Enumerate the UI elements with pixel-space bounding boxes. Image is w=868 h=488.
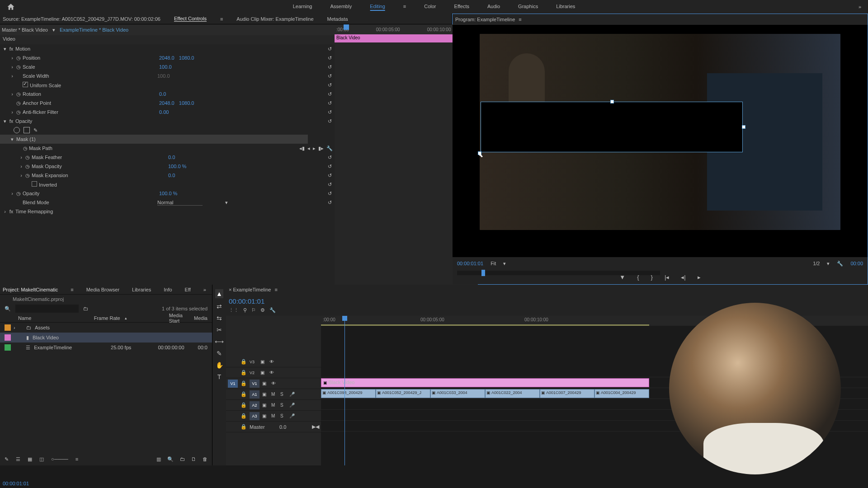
reset-icon[interactable]: ↺ [328,64,332,70]
project-row-blackvideo[interactable]: ▮Black Video [0,333,212,343]
target-a1[interactable]: A1 [250,390,259,399]
search-icon[interactable]: 🔍 [5,306,11,312]
home-icon[interactable] [7,3,15,11]
mask-overlay[interactable] [481,102,743,152]
opacity-header[interactable]: ▾fxOpacity↺ [0,117,335,126]
info-tab[interactable]: Info [164,287,172,292]
mark-clip-icon[interactable]: } [651,274,653,281]
zoom-slider[interactable]: ○──── [51,456,68,462]
fx-badge-icon[interactable]: fx [8,46,14,52]
ws-color[interactable]: Color [424,3,436,11]
sort-icon[interactable]: ≡ [75,456,78,462]
overflow-icon[interactable]: » [203,287,206,292]
metadata-tab[interactable]: Metadata [327,16,348,22]
stopwatch-icon[interactable]: ◷ [23,145,28,151]
ripple-tool-icon[interactable]: ⇆ [217,314,222,322]
time-remapping-header[interactable]: ›fxTime Remapping [0,207,335,216]
inverted-checkbox[interactable] [32,181,37,187]
lock-icon[interactable]: 🔒 [241,370,247,375]
anchor-x[interactable]: 2048.0 [157,100,175,106]
find-icon[interactable]: 🔍 [167,456,174,462]
freeform-view-icon[interactable]: ◫ [39,456,44,462]
program-monitor[interactable]: ⬉ [453,25,868,257]
eye-icon[interactable]: 👁 [269,370,276,375]
reset-icon[interactable]: ↺ [328,173,332,178]
chevron-down-icon[interactable]: ▾ [827,261,830,267]
mask-step-fwd-icon[interactable]: ▮▸ [318,145,324,151]
motion-header[interactable]: ▾ fx Motion ↺ [0,44,335,53]
program-playhead-icon[interactable] [481,270,485,276]
timeline-clip[interactable]: ▣ A001C007_200429 [540,389,594,398]
new-bin-icon[interactable]: 🗀 [180,456,185,462]
project-menu-icon[interactable]: ≡ [71,287,73,292]
hand-tool-icon[interactable]: ✋ [216,361,223,369]
clip-black-video[interactable]: ▣ Black Video [321,378,649,387]
reset-icon[interactable]: ↺ [328,46,332,52]
rotation-value[interactable]: 0.0 [157,91,166,97]
search-input[interactable] [15,305,79,313]
resolution-dropdown[interactable]: 1/2 [813,261,820,266]
lock-icon[interactable]: 🔒 [241,424,247,430]
step-back-icon[interactable]: ◂| [681,274,685,281]
settings-icon[interactable]: 🔧 [837,261,843,267]
go-to-in-icon[interactable]: |◂ [665,274,669,281]
sequence-clip-link[interactable]: ExampleTimeline * Black Video [60,27,128,33]
source-patch-v1[interactable]: V1 [228,380,238,388]
slip-tool-icon[interactable]: ⟷ [215,338,224,345]
track-v3[interactable]: 🔒V3▣👁 [226,357,321,367]
icon-view-icon[interactable]: ▦ [28,456,32,462]
ws-editing[interactable]: Editing [370,3,385,11]
track-a3[interactable]: 🔒A3▣MS🎤 [226,411,321,422]
mask-feather-value[interactable]: 0.0 [166,155,175,160]
twirl-icon[interactable]: ▾ [2,46,8,52]
media-browser-tab[interactable]: Media Browser [86,287,119,292]
stopwatch-icon[interactable]: ◷ [24,164,31,169]
mask-expansion-value[interactable]: 0.0 [166,173,175,178]
ws-audio[interactable]: Audio [487,3,500,11]
ws-graphics[interactable]: Graphics [518,3,538,11]
reset-icon[interactable]: ↺ [328,191,332,197]
overflow-icon[interactable]: » [859,4,861,9]
ec-playhead-icon[interactable] [344,24,349,30]
type-tool-icon[interactable]: T [217,373,222,380]
toggle-output-icon[interactable]: ▣ [262,392,269,397]
eye-icon[interactable]: 👁 [269,359,276,364]
track-select-tool-icon[interactable]: ⇄ [217,303,222,310]
effect-controls-timecode[interactable]: 00:00:01:01 [0,480,32,488]
toggle-output-icon[interactable]: ▣ [260,359,267,364]
selection-tool-icon[interactable]: ▲ [215,289,223,298]
stopwatch-icon[interactable]: ◷ [24,155,31,160]
mark-out-icon[interactable]: { [637,274,639,281]
effects-tab[interactable]: Eff [185,287,191,292]
pen-tool-icon[interactable]: ✎ [217,350,222,357]
program-tab[interactable]: Program: ExampleTimeline [455,17,515,22]
stopwatch-icon[interactable]: ◷ [15,91,22,97]
reset-icon[interactable]: ↺ [328,164,332,169]
lock-icon[interactable]: 🔒 [241,402,247,408]
audio-mixer-tab[interactable]: Audio Clip Mixer: ExampleTimeline [236,16,313,22]
collapse-icon[interactable]: ▶◀ [312,424,319,430]
mask-settings-icon[interactable]: 🔧 [326,145,333,151]
mask-header[interactable]: ▾Mask (1) [0,135,308,144]
toggle-output-icon[interactable]: ▣ [260,370,267,375]
timeline-playhead[interactable] [344,316,345,465]
auto-seq-icon[interactable]: ▥ [156,456,161,462]
solo-button[interactable]: S [280,392,287,397]
blend-mode-dropdown[interactable]: Normal [157,200,203,206]
timeline-tab[interactable]: × ExampleTimeline [229,287,271,292]
ellipse-mask-icon[interactable] [14,127,20,133]
stopwatch-icon[interactable]: ◷ [24,173,31,178]
anchor-y[interactable]: 1080.0 [177,100,194,106]
stopwatch-icon[interactable]: ◷ [15,109,22,115]
reset-icon[interactable]: ↺ [328,100,332,106]
mark-in-icon[interactable]: ▼ [619,274,625,281]
mask-handle-right[interactable] [742,125,745,129]
source-tab[interactable]: Source: ExampleTimeline: A001C052_200429… [3,16,160,22]
reset-icon[interactable]: ↺ [328,155,332,160]
target-a3[interactable]: A3 [250,412,259,420]
mute-button[interactable]: M [271,392,278,397]
mask-step-back-icon[interactable]: ◂ [307,145,310,151]
master-clip-label[interactable]: Master * Black Video [2,27,48,33]
antiflicker-value[interactable]: 0.00 [157,109,169,115]
timeline-clip[interactable]: ▣ A001C098_200429 [321,389,376,398]
